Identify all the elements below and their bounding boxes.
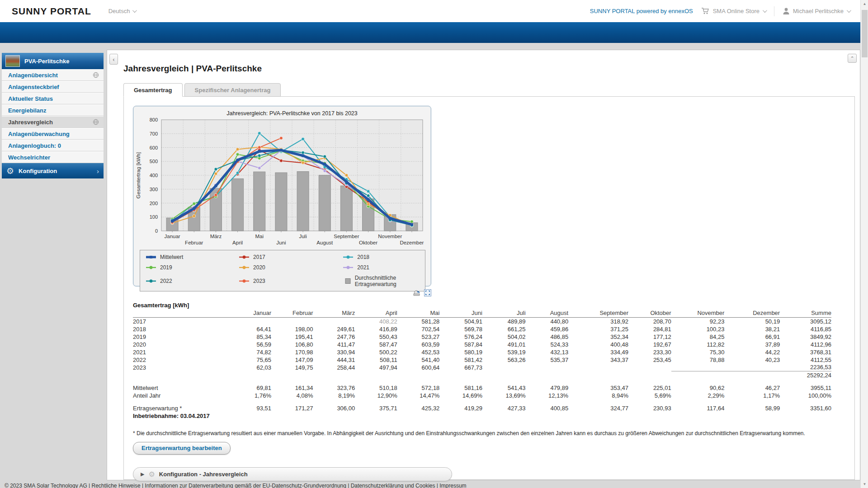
column-header: August: [526, 310, 569, 318]
column-header: Februar: [271, 310, 313, 318]
chevron-down-icon: [132, 8, 137, 13]
column-header: Juli: [482, 310, 526, 318]
sidebar-item-label: Wechselrichter: [8, 154, 50, 161]
svg-text:August: August: [316, 240, 333, 245]
scrollbar-thumb[interactable]: [862, 10, 868, 57]
svg-text:400: 400: [150, 173, 158, 178]
chevron-right-icon: ›: [97, 167, 99, 175]
legend-label: 2021: [357, 264, 369, 271]
edit-expectation-button[interactable]: Ertragserwartung bearbeiten: [133, 442, 231, 455]
grand-total-row: 25292,24: [133, 371, 831, 379]
legend-swatch-icon: [146, 255, 156, 259]
table-row: Mittelwert69,81161,34323,76510,18572,185…: [133, 384, 831, 392]
svg-text:700: 700: [150, 131, 158, 136]
legend-item-2022[interactable]: 2022: [146, 275, 239, 287]
user-name: Michael Perlitschke: [793, 8, 844, 14]
table-row: Ertragserwartung *93,51171,27306,00375,7…: [133, 404, 831, 412]
legend-swatch-icon: [239, 255, 250, 259]
sidebar-item-label: Anlagensteckbrief: [8, 84, 59, 90]
svg-text:200: 200: [150, 201, 158, 206]
export-chart-icon[interactable]: [413, 289, 420, 296]
legend-label: Mittelwert: [160, 254, 183, 260]
legend-swatch-icon: [239, 265, 250, 270]
gear-icon: ⚙: [148, 470, 155, 479]
sidebar-item-anlagenüberwachung[interactable]: Anlagenüberwachung: [2, 128, 104, 140]
column-header: Oktober: [628, 310, 671, 318]
legend-item-2020[interactable]: 2020: [239, 264, 343, 271]
legend-swatch-icon: [343, 265, 354, 270]
user-menu[interactable]: Michael Perlitschke: [783, 7, 850, 15]
scrollbar-up-arrow[interactable]: ▲: [861, 0, 868, 8]
sidebar: PVA-Perlitschke AnlagenübersichtAnlagens…: [2, 53, 104, 178]
svg-text:Jahresvergleich: PVA-Perlitsch: Jahresvergleich: PVA-Perlitschke von 201…: [226, 110, 358, 117]
column-header: November: [671, 310, 725, 318]
sidebar-item-konfiguration[interactable]: ⚙ Konfiguration ›: [2, 163, 104, 178]
svg-text:300: 300: [150, 187, 158, 192]
legend-item-2018[interactable]: 2018: [343, 254, 420, 260]
scrollbar-down-arrow[interactable]: ▼: [861, 480, 868, 488]
commissioning-date: Inbetriebnahme: 03.04.2017: [133, 413, 845, 419]
svg-text:500: 500: [150, 159, 158, 164]
legend-label: 2020: [253, 264, 265, 271]
config-jahresvergleich-panel[interactable]: ▶ ⚙ Konfiguration - Jahresvergleich: [133, 467, 452, 481]
chart-legend: Mittelwert2017201820192020202120222023Du…: [140, 250, 425, 291]
sidebar-collapse-button[interactable]: ‹: [109, 54, 118, 65]
sunny-portal-logo: SUNNY PORTAL: [12, 6, 91, 17]
svg-text:Mai: Mai: [255, 234, 264, 239]
footnote: * Die durchschnittliche Ertragserwartung…: [133, 430, 845, 436]
sidebar-item-anlagensteckbrief[interactable]: Anlagensteckbrief: [2, 81, 104, 93]
svg-text:April: April: [232, 240, 243, 245]
sidebar-item-label: Energiebilanz: [8, 107, 47, 114]
legend-item-2019[interactable]: 2019: [146, 264, 239, 271]
sidebar-item-label: Jahresvergleich: [8, 119, 53, 126]
svg-text:Juni: Juni: [276, 240, 286, 245]
footer-copyright: © 2023 SMA Solar Technology AG | Rechtli…: [5, 483, 467, 488]
column-header: März: [313, 310, 355, 318]
header-band: [0, 22, 868, 43]
sidebar-item-anlagenlogbuch-0[interactable]: Anlagenlogbuch: 0: [2, 140, 104, 151]
legend-label: 2022: [160, 278, 172, 284]
scroll-top-button[interactable]: ⌃: [848, 54, 857, 63]
legend-item-2021[interactable]: 2021: [343, 264, 420, 271]
config-panel-label: Konfiguration - Jahresvergleich: [159, 471, 248, 478]
table-row: 201985,34195,41247,76550,43523,27576,245…: [133, 333, 831, 341]
legend-item-2017[interactable]: 2017: [239, 254, 343, 260]
table-row: 201864,41198,00249,61416,89702,54569,786…: [133, 325, 831, 333]
table-row: 202362,03149,75258,44497,94600,64667,732…: [133, 364, 831, 371]
tab-spezifischer-anlagenertrag[interactable]: Spezifischer Anlagenertrag: [184, 83, 281, 97]
fullscreen-chart-icon[interactable]: [424, 289, 431, 296]
store-label: SMA Online Store: [713, 8, 760, 14]
sidebar-item-energiebilanz[interactable]: Energiebilanz: [2, 104, 104, 116]
sidebar-item-label: Anlagenüberwachung: [8, 131, 70, 137]
sidebar-item-aktueller-status[interactable]: Aktueller Status: [2, 93, 104, 104]
legend-item-mittelwert[interactable]: Mittelwert: [146, 254, 239, 260]
sidebar-item-jahresvergleich[interactable]: Jahresvergleich: [2, 116, 104, 128]
divider: [774, 6, 774, 16]
globe-icon: [93, 72, 99, 78]
column-header: Mai: [397, 310, 440, 318]
year-comparison-chart: 0100200300400500600700800Jahresvergleich…: [134, 109, 430, 245]
legend-item-2023[interactable]: 2023: [239, 275, 343, 287]
sma-online-store-menu[interactable]: SMA Online Store: [701, 7, 766, 15]
legend-label: 2019: [160, 264, 172, 271]
legend-swatch-icon: [239, 279, 250, 283]
sidebar-item-anlagenübersicht[interactable]: Anlagenübersicht: [2, 69, 104, 81]
sidebar-item-label: Anlagenlogbuch: 0: [8, 142, 61, 149]
language-selector[interactable]: Deutsch: [108, 8, 136, 14]
powered-by-link[interactable]: SUNNY PORTAL powered by ennexOS: [590, 8, 693, 14]
legend-item-durchschnittliche-ertragserwartung[interactable]: Durchschnittliche Ertragserwartung: [343, 275, 420, 287]
sidebar-item-wechselrichter[interactable]: Wechselrichter: [2, 151, 104, 163]
tab-gesamtertrag[interactable]: Gesamtertrag: [123, 83, 183, 97]
svg-text:November: November: [378, 234, 402, 239]
main-content: ‹ ⌃ Jahresvergleich | PVA-Perlitschke Ge…: [107, 50, 860, 480]
column-header: Summe: [780, 310, 831, 318]
legend-swatch-icon: [146, 265, 156, 270]
column-header: Dezember: [724, 310, 780, 318]
table-row: 202275,65147,09444,31508,11541,40581,425…: [133, 356, 831, 364]
sidebar-item-label: Aktueller Status: [8, 95, 53, 102]
table-row: Anteil Jahr1,76%4,08%8,19%12,90%14,47%14…: [133, 392, 831, 399]
column-header: September: [568, 310, 628, 318]
svg-text:Dezember: Dezember: [400, 240, 424, 245]
page-scrollbar[interactable]: ▲ ▼: [860, 0, 868, 488]
sidebar-plant-header[interactable]: PVA-Perlitschke: [2, 53, 104, 69]
